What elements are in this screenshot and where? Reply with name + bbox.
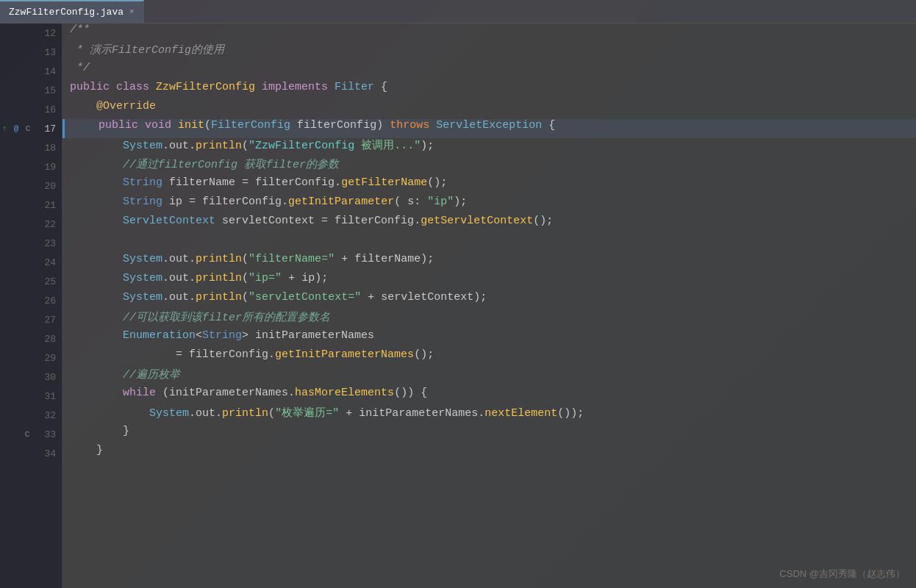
code-line-14: */ [70, 62, 916, 81]
token: ip [301, 272, 315, 284]
gutter-line-18: 18 [0, 138, 62, 157]
token: 的参数 [306, 157, 339, 171]
token [70, 444, 96, 456]
at-icon: @ [12, 124, 21, 133]
token: } [123, 425, 129, 437]
token: filterConfig [158, 159, 237, 171]
token: . [189, 253, 196, 265]
token: println [196, 272, 242, 284]
token: = [189, 196, 202, 208]
token [70, 329, 123, 342]
token: . [162, 291, 169, 304]
token: . [268, 348, 275, 361]
token: + [282, 272, 301, 284]
active-tab[interactable]: ZzwFilterConfig.java × [0, 0, 144, 23]
token: { [542, 119, 555, 132]
line-number: 18 [35, 143, 56, 154]
token [70, 159, 123, 171]
gutter-line-17: ↑@C17 [0, 119, 62, 138]
token: + [339, 407, 359, 420]
token [70, 140, 123, 152]
token: ( [162, 387, 169, 399]
code-line-33: } [70, 425, 916, 444]
token: getInitParameter [288, 196, 394, 208]
token: "filterName=" [248, 253, 334, 265]
line-number: 31 [35, 391, 56, 402]
code-line-23 [70, 234, 916, 253]
token: hasMoreElements [295, 387, 394, 399]
token: public [70, 81, 116, 93]
token: System [123, 140, 162, 152]
token: filterConfig [334, 215, 414, 227]
token: = [321, 215, 334, 227]
token: filter [202, 312, 242, 324]
token: ip [169, 196, 189, 208]
tab-filename: ZzwFilterConfig.java [9, 7, 124, 18]
tab-close-button[interactable]: × [129, 8, 135, 16]
line-number: 29 [35, 353, 56, 364]
code-line-28: Enumeration<String> initParameterNames [70, 329, 916, 348]
code-line-27: //可以获取到该filter所有的配置参数名 [70, 310, 916, 329]
token: 被调用..." [354, 138, 421, 152]
token: 获取 [237, 157, 266, 171]
token: ZzwFilterConfig [156, 81, 262, 93]
line-number: 16 [35, 104, 56, 115]
token: . [288, 387, 295, 399]
token: ( [242, 291, 248, 304]
code-line-17: public void init(FilterConfig filterConf… [62, 119, 916, 138]
token: ); [454, 196, 467, 208]
token: filterConfig [255, 176, 334, 189]
code-line-29: = filterConfig.getInitParameterNames(); [70, 348, 916, 368]
token: . [478, 407, 484, 420]
code-line-16: @Override [70, 100, 916, 119]
token: = [242, 176, 255, 189]
code-content: /** * 演示FilterConfig的使用 */public class Z… [62, 24, 916, 588]
fold-icon[interactable]: C [24, 124, 32, 133]
line-number: 19 [35, 162, 56, 173]
token: class [116, 81, 156, 93]
token: . [334, 176, 341, 189]
code-line-25: System.out.println("ip=" + ip); [70, 272, 916, 291]
token: out [196, 407, 215, 420]
token [70, 312, 123, 324]
fold-icon[interactable]: C [22, 430, 32, 439]
token: out [169, 291, 189, 304]
token: System [123, 253, 162, 265]
token [70, 369, 123, 381]
token: filterConfig [189, 348, 268, 361]
gutter-line-21: 21 [0, 196, 62, 215]
token: ( [242, 140, 248, 152]
tab-bar: ZzwFilterConfig.java × [0, 0, 916, 24]
token [70, 348, 176, 361]
line-number: 30 [35, 372, 56, 383]
token: nextElement [484, 407, 557, 420]
gutter-line-13: 13 [0, 43, 62, 62]
token [70, 291, 123, 304]
gutter-line-23: 23 [0, 234, 62, 253]
gutter-line-15: 15 [0, 81, 62, 100]
line-number: 32 [35, 410, 56, 421]
code-line-24: System.out.println("filterName=" + filte… [70, 253, 916, 272]
token: println [196, 140, 242, 152]
line-number: 13 [35, 47, 56, 58]
token: String [123, 176, 169, 189]
token: init [178, 119, 204, 132]
token: ( [204, 119, 211, 132]
gutter-line-19: 19 [0, 157, 62, 176]
arrow-up-icon[interactable]: ↑ [0, 124, 9, 133]
line-number: 27 [35, 315, 56, 326]
code-line-22: ServletContext servletContext = filterCo… [70, 215, 916, 234]
line-number: 21 [35, 200, 56, 211]
gutter-line-12: 12 [0, 24, 62, 43]
token: ); [315, 272, 328, 284]
token: > initParameterNames [242, 329, 374, 342]
line-number: 12 [35, 28, 56, 39]
code-line-13: * 演示FilterConfig的使用 [70, 43, 916, 62]
token: . [162, 140, 169, 152]
token: ()); [557, 407, 584, 420]
gutter-line-25: 25 [0, 272, 62, 291]
gutter-line-22: 22 [0, 215, 62, 234]
editor-container: ZzwFilterConfig.java × 1213141516↑@C1718… [0, 0, 916, 588]
token [70, 253, 123, 265]
line-number: 24 [35, 257, 56, 268]
